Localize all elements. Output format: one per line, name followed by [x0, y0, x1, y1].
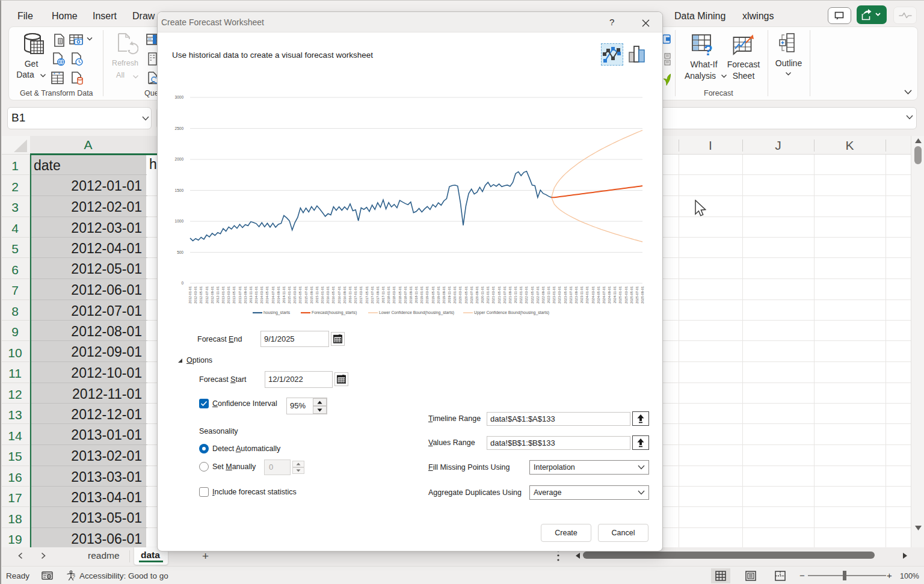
svg-text:2012-07-01: 2012-07-01	[205, 286, 209, 304]
svg-text:2018-07-01: 2018-07-01	[404, 286, 407, 304]
svg-text:2019-11-01: 2019-11-01	[448, 286, 451, 303]
svg-text:2012-01-01: 2012-01-01	[188, 286, 192, 304]
svg-text:2019-03-01: 2019-03-01	[425, 286, 429, 304]
svg-text:2014-01-01: 2014-01-01	[254, 286, 258, 304]
svg-text:2020-11-01: 2020-11-01	[481, 286, 484, 303]
svg-text:Forecast(housing_starts): Forecast(housing_starts)	[312, 310, 357, 315]
svg-text:2013-07-01: 2013-07-01	[238, 286, 242, 304]
svg-text:2022-09-01: 2022-09-01	[541, 286, 545, 304]
svg-text:2022-07-01: 2022-07-01	[536, 286, 540, 304]
svg-text:2016-01-01: 2016-01-01	[321, 286, 324, 304]
svg-text:2016-07-01: 2016-07-01	[337, 286, 341, 304]
svg-text:2016-11-01: 2016-11-01	[348, 286, 352, 303]
svg-text:2024-05-01: 2024-05-01	[597, 286, 600, 304]
svg-text:housing_starts: housing_starts	[263, 310, 291, 315]
svg-text:2020-07-01: 2020-07-01	[470, 286, 473, 304]
svg-text:2013-11-01: 2013-11-01	[249, 286, 253, 303]
svg-text:2022-11-01: 2022-11-01	[547, 286, 550, 303]
svg-text:2013-01-01: 2013-01-01	[221, 286, 225, 304]
svg-text:2022-03-01: 2022-03-01	[525, 286, 528, 304]
svg-text:2023-05-01: 2023-05-01	[564, 286, 567, 304]
svg-text:2024-09-01: 2024-09-01	[608, 286, 611, 304]
svg-text:2025-03-01: 2025-03-01	[624, 286, 628, 304]
svg-text:Upper Confidence Bound(housing: Upper Confidence Bound(housing_starts)	[474, 310, 549, 315]
svg-text:2024-11-01: 2024-11-01	[613, 286, 617, 303]
svg-text:2016-09-01: 2016-09-01	[343, 286, 346, 304]
svg-text:2019-07-01: 2019-07-01	[437, 286, 440, 304]
svg-text:2014-11-01: 2014-11-01	[282, 286, 286, 303]
svg-text:2020-09-01: 2020-09-01	[475, 286, 479, 304]
svg-text:2016-03-01: 2016-03-01	[326, 286, 330, 304]
svg-text:2017-07-01: 2017-07-01	[371, 286, 374, 304]
svg-text:2025-05-01: 2025-05-01	[630, 286, 633, 304]
svg-text:2015-05-01: 2015-05-01	[298, 286, 302, 304]
svg-text:2020-05-01: 2020-05-01	[464, 286, 468, 304]
svg-text:2020-01-01: 2020-01-01	[453, 286, 457, 304]
svg-text:2023-07-01: 2023-07-01	[569, 286, 573, 304]
svg-text:2021-11-01: 2021-11-01	[514, 286, 517, 303]
svg-text:2023-11-01: 2023-11-01	[580, 286, 584, 303]
svg-text:2024-07-01: 2024-07-01	[602, 286, 606, 304]
svg-text:2018-03-01: 2018-03-01	[392, 286, 396, 304]
svg-text:2014-09-01: 2014-09-01	[277, 286, 280, 304]
svg-text:2022-05-01: 2022-05-01	[531, 286, 534, 304]
svg-text:2014-05-01: 2014-05-01	[265, 286, 269, 304]
svg-text:2025-07-01: 2025-07-01	[635, 286, 639, 304]
svg-text:2015-03-01: 2015-03-01	[293, 286, 297, 304]
svg-text:2012-09-01: 2012-09-01	[211, 286, 214, 304]
svg-text:2018-01-01: 2018-01-01	[387, 286, 390, 304]
svg-text:2015-01-01: 2015-01-01	[288, 286, 291, 304]
svg-text:2015-07-01: 2015-07-01	[304, 286, 308, 304]
svg-text:2023-09-01: 2023-09-01	[574, 286, 578, 304]
svg-text:2023-01-01: 2023-01-01	[552, 286, 556, 304]
svg-text:1500: 1500	[175, 188, 184, 192]
svg-text:2013-05-01: 2013-05-01	[232, 286, 236, 304]
svg-text:2012-11-01: 2012-11-01	[216, 286, 220, 303]
svg-text:2012-05-01: 2012-05-01	[199, 286, 203, 304]
svg-text:2022-01-01: 2022-01-01	[519, 286, 523, 304]
svg-text:2015-11-01: 2015-11-01	[315, 286, 319, 303]
svg-text:2017-05-01: 2017-05-01	[365, 286, 369, 304]
svg-text:2018-11-01: 2018-11-01	[414, 286, 418, 303]
svg-text:2013-09-01: 2013-09-01	[244, 286, 247, 304]
svg-text:2020-03-01: 2020-03-01	[458, 286, 462, 304]
svg-text:2021-01-01: 2021-01-01	[486, 286, 490, 304]
svg-text:2018-05-01: 2018-05-01	[398, 286, 402, 304]
svg-text:2023-03-01: 2023-03-01	[558, 286, 561, 304]
svg-text:2500: 2500	[175, 126, 184, 131]
svg-text:2024-01-01: 2024-01-01	[585, 286, 589, 304]
svg-text:2025-01-01: 2025-01-01	[618, 286, 622, 304]
svg-text:2014-03-01: 2014-03-01	[260, 286, 263, 304]
svg-text:2018-09-01: 2018-09-01	[409, 286, 413, 304]
svg-text:3000: 3000	[175, 95, 184, 99]
svg-text:Lower Confidence Bound(housing: Lower Confidence Bound(housing_starts)	[379, 310, 454, 315]
svg-text:?: ?	[704, 42, 713, 57]
svg-text:2016-05-01: 2016-05-01	[331, 286, 335, 304]
svg-text:2017-03-01: 2017-03-01	[359, 286, 363, 304]
svg-text:500: 500	[177, 250, 183, 254]
svg-text:2019-05-01: 2019-05-01	[431, 286, 435, 304]
svg-text:1000: 1000	[175, 219, 184, 223]
svg-text:2017-09-01: 2017-09-01	[376, 286, 380, 304]
svg-text:2015-09-01: 2015-09-01	[310, 286, 313, 304]
svg-text:2021-05-01: 2021-05-01	[497, 286, 501, 304]
svg-text:2021-03-01: 2021-03-01	[491, 286, 495, 304]
svg-text:2021-09-01: 2021-09-01	[508, 286, 512, 304]
svg-text:0: 0	[181, 281, 183, 285]
svg-text:2021-07-01: 2021-07-01	[503, 286, 507, 304]
svg-text:2025-09-01: 2025-09-01	[641, 286, 644, 304]
svg-text:2017-01-01: 2017-01-01	[354, 286, 357, 304]
svg-text:2024-03-01: 2024-03-01	[591, 286, 595, 304]
svg-text:2013-03-01: 2013-03-01	[227, 286, 230, 304]
svg-text:2019-09-01: 2019-09-01	[442, 286, 446, 304]
svg-text:2019-01-01: 2019-01-01	[420, 286, 424, 304]
svg-text:2000: 2000	[175, 157, 184, 161]
svg-text:2014-07-01: 2014-07-01	[271, 286, 275, 304]
svg-text:2012-03-01: 2012-03-01	[194, 286, 197, 304]
svg-text:2017-11-01: 2017-11-01	[381, 286, 385, 303]
svg-text:?: ?	[72, 574, 75, 580]
